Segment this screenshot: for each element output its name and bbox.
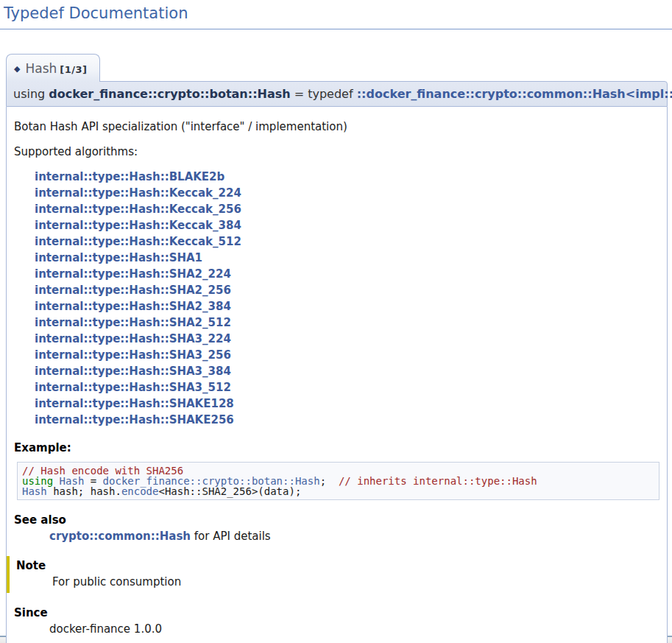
declaration-prefix: using xyxy=(13,87,49,101)
since-section: Since docker-finance 1.0.0 xyxy=(14,606,659,636)
since-label: Since xyxy=(14,606,659,619)
algorithm-link[interactable]: internal::type::Hash::SHA2_224 xyxy=(35,266,231,282)
algorithm-link-list: internal::type::Hash::BLAKE2binternal::t… xyxy=(35,169,659,428)
code-token-plain: ; xyxy=(320,475,339,487)
member-item: using docker_finance::crypto::botan::Has… xyxy=(6,81,668,643)
example-section: Example: xyxy=(14,441,659,454)
code-symbol-link[interactable]: Hash xyxy=(22,485,47,497)
note-text: For public consumption xyxy=(52,575,659,588)
algorithm-link[interactable]: internal::type::Hash::SHA2_256 xyxy=(35,282,231,298)
algorithm-link[interactable]: internal::type::Hash::SHAKE128 xyxy=(35,396,234,412)
see-also-link[interactable]: crypto::common::Hash xyxy=(49,530,191,543)
declaration-target-link[interactable]: ::docker_finance::crypto::common::Hash<i… xyxy=(357,87,672,101)
member-prototype: using docker_finance::crypto::botan::Has… xyxy=(6,81,668,107)
algorithm-link[interactable]: internal::type::Hash::SHAKE256 xyxy=(35,412,234,428)
algorithm-link[interactable]: internal::type::Hash::SHA1 xyxy=(35,250,202,266)
diamond-bullet-icon: ◆ xyxy=(14,64,20,74)
title-divider xyxy=(0,29,672,29)
see-also-label: See also xyxy=(14,513,659,527)
code-line: Hash hash; hash.encode<Hash::SHA2_256>(d… xyxy=(22,486,654,496)
code-token-plain: <Hash::SHA2_256>(data); xyxy=(158,485,301,497)
algorithm-link[interactable]: internal::type::Hash::Keccak_512 xyxy=(35,233,241,250)
declaration-middle: = typedef xyxy=(291,87,357,101)
algorithm-link[interactable]: internal::type::Hash::SHA2_384 xyxy=(35,298,231,315)
supported-algorithms-label: Supported algorithms: xyxy=(14,145,659,158)
code-token-comment: // inherits internal::type::Hash xyxy=(339,475,537,487)
algorithm-link[interactable]: internal::type::Hash::Keccak_384 xyxy=(35,217,241,233)
see-also-content: crypto::common::Hash for API details xyxy=(49,530,659,543)
algorithm-link[interactable]: internal::type::Hash::SHA3_512 xyxy=(35,379,231,396)
typedef-member-block: ◆Hash[1/3] using docker_finance::crypto:… xyxy=(6,54,668,643)
declaration-name: docker_finance::crypto::botan::Hash xyxy=(49,87,290,101)
algorithm-link[interactable]: internal::type::Hash::SHA3_384 xyxy=(35,363,231,379)
member-overload-count: [1/3] xyxy=(60,64,87,75)
note-label: Note xyxy=(16,559,659,572)
note-section: Note For public consumption xyxy=(7,556,659,593)
code-token-plain: hash; hash. xyxy=(47,485,121,497)
algorithm-link[interactable]: internal::type::Hash::Keccak_224 xyxy=(35,185,241,201)
algorithm-link[interactable]: internal::type::Hash::Keccak_256 xyxy=(35,201,241,217)
member-tab-label: Hash xyxy=(25,61,57,76)
code-fragment: // Hash encode with SHA256using Hash = d… xyxy=(17,462,659,500)
see-also-section: See also crypto::common::Hash for API de… xyxy=(14,513,659,543)
code-line: using Hash = docker_finance::crypto::bot… xyxy=(22,476,654,486)
member-description: Botan Hash API specialization ("interfac… xyxy=(14,120,659,133)
algorithm-link[interactable]: internal::type::Hash::SHA3_224 xyxy=(35,331,231,347)
code-symbol-link[interactable]: encode xyxy=(121,485,159,497)
page-title: Typedef Documentation xyxy=(4,4,672,29)
code-line: // Hash encode with SHA256 xyxy=(22,465,654,476)
algorithm-link[interactable]: internal::type::Hash::BLAKE2b xyxy=(35,169,224,185)
example-label: Example: xyxy=(14,441,659,454)
member-documentation: Botan Hash API specialization ("interfac… xyxy=(6,107,668,643)
since-text: docker-finance 1.0.0 xyxy=(49,622,659,636)
algorithm-link[interactable]: internal::type::Hash::SHA2_512 xyxy=(35,315,231,331)
see-also-suffix: for API details xyxy=(191,530,271,543)
member-tab-hash[interactable]: ◆Hash[1/3] xyxy=(6,54,100,82)
algorithm-link[interactable]: internal::type::Hash::SHA3_256 xyxy=(35,347,231,363)
